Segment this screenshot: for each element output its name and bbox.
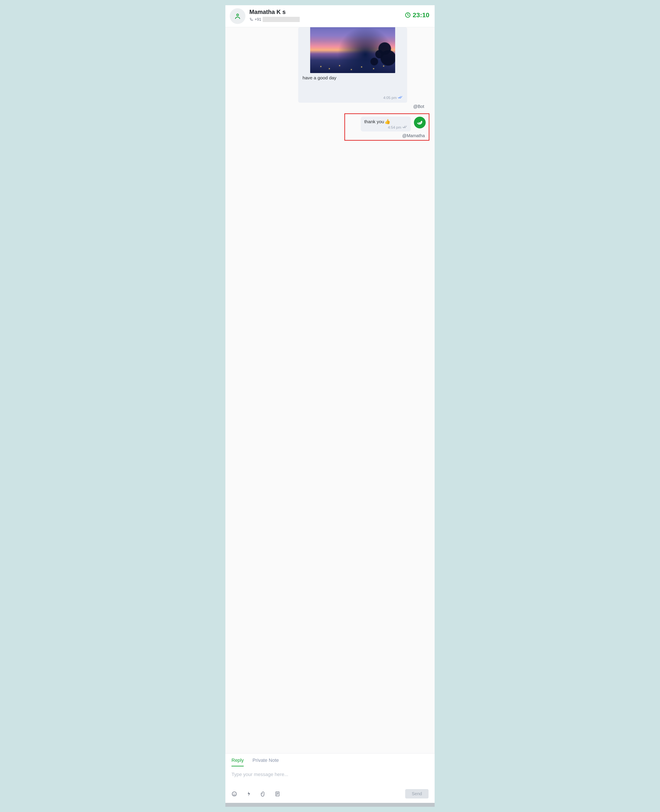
message-time-agent: 4:54 pm — [388, 126, 401, 130]
session-timer: 23:10 — [405, 8, 429, 19]
phone-redacted — [263, 17, 300, 22]
message-image[interactable] — [310, 27, 395, 73]
message-row-agent: thank you👍 4:54 pm — [348, 117, 426, 132]
phone-prefix: +91 — [255, 17, 261, 22]
contact-name: Mamatha K s — [249, 9, 401, 16]
sender-tag-agent: @Mamatha — [348, 133, 425, 138]
sender-tag-bot: @Bot — [231, 104, 424, 109]
message-row-bot: have a good day 4:05 pm — [231, 27, 429, 103]
template-icon[interactable] — [274, 791, 280, 797]
composer: Reply Private Note Send — [225, 753, 435, 803]
attachment-icon[interactable] — [260, 791, 266, 797]
message-input[interactable] — [232, 772, 428, 777]
message-text: have a good day — [298, 75, 407, 81]
quick-reply-icon[interactable] — [246, 791, 252, 797]
send-button[interactable]: Send — [405, 789, 428, 798]
composer-tabs: Reply Private Note — [232, 758, 428, 766]
agent-text: thank you — [364, 119, 384, 124]
person-icon — [234, 13, 241, 20]
timer-value: 23:10 — [412, 11, 429, 19]
message-text-agent: thank you👍 — [364, 119, 408, 124]
delivered-icon — [403, 126, 408, 130]
message-time: 4:05 pm — [383, 96, 397, 100]
message-input-area[interactable] — [232, 772, 428, 787]
contact-avatar[interactable] — [230, 8, 246, 24]
clock-icon — [405, 12, 411, 18]
highlighted-reply: thank you👍 4:54 pm — [344, 113, 429, 141]
composer-toolbar: Send — [232, 789, 428, 798]
chat-header: Mamatha K s +91 23:10 — [225, 5, 435, 27]
sunset-image — [310, 27, 395, 73]
message-meta: 4:05 pm — [298, 81, 407, 100]
message-bubble-bot[interactable]: have a good day 4:05 pm — [298, 27, 407, 103]
message-meta-agent: 4:54 pm — [364, 126, 408, 130]
svg-point-2 — [232, 792, 236, 796]
svg-point-4 — [235, 793, 235, 794]
tab-reply[interactable]: Reply — [232, 758, 244, 766]
tab-private-note[interactable]: Private Note — [252, 758, 279, 766]
svg-point-3 — [233, 793, 234, 794]
phone-icon — [249, 17, 253, 21]
thumbs-up-icon: 👍 — [384, 119, 390, 124]
footer-bar — [225, 803, 435, 807]
emoji-icon[interactable] — [232, 791, 237, 797]
svg-point-0 — [237, 14, 239, 16]
check-swoosh-icon — [417, 119, 423, 126]
channel-badge — [414, 117, 426, 129]
contact-phone: +91 — [249, 17, 401, 22]
contact-meta: Mamatha K s +91 — [249, 8, 401, 22]
message-bubble-agent[interactable]: thank you👍 4:54 pm — [361, 117, 411, 132]
chat-window: Mamatha K s +91 23:10 — [225, 5, 435, 807]
read-receipt-icon — [398, 96, 403, 100]
chat-body: have a good day 4:05 pm @Bot — [225, 27, 435, 753]
